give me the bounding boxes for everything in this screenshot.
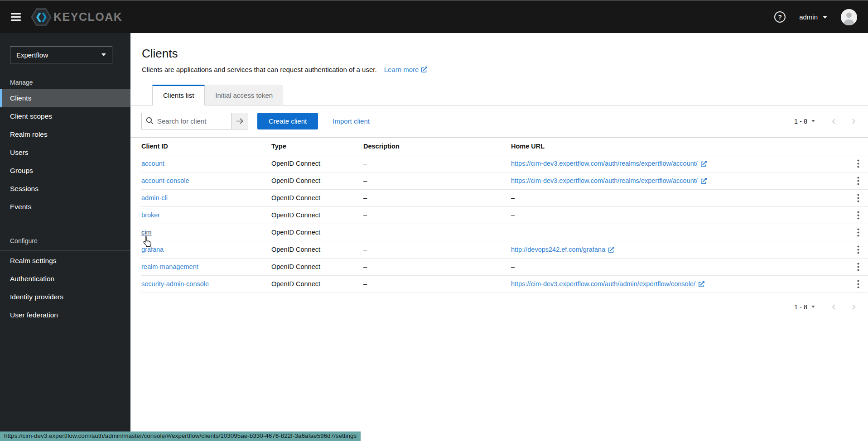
sidebar-item-groups[interactable]: Groups	[0, 162, 130, 180]
hamburger-menu-icon[interactable]	[11, 13, 21, 21]
row-actions-kebab-button[interactable]	[848, 177, 868, 185]
page-description: Clients are applications and services th…	[142, 66, 377, 73]
nav-section-manage: Manage	[0, 70, 130, 89]
client-id-link[interactable]: admin-cli	[141, 194, 168, 201]
row-actions-kebab-button[interactable]	[848, 245, 868, 254]
avatar[interactable]	[841, 9, 857, 25]
status-bar-url: https://cim-dev3.expertflow.com/auth/adm…	[0, 431, 361, 441]
client-type: OpenID Connect	[271, 172, 363, 189]
sidebar-item-clients[interactable]: Clients	[0, 89, 130, 107]
chevron-left-icon[interactable]	[830, 303, 837, 311]
kebab-menu-icon	[857, 228, 859, 237]
home-url-link[interactable]: http://devops242.ef.com/grafana	[511, 246, 614, 253]
client-id-link[interactable]: account-console	[141, 177, 189, 184]
user-menu[interactable]: admin	[799, 13, 827, 21]
kebab-menu-icon	[857, 245, 859, 254]
client-id-link[interactable]: grafana	[141, 246, 164, 253]
search-submit-button[interactable]	[231, 113, 248, 129]
row-actions-kebab-button[interactable]	[848, 159, 868, 168]
client-id-link[interactable]: realm-management	[141, 263, 198, 270]
client-description: –	[363, 241, 511, 258]
chevron-right-icon[interactable]	[850, 118, 857, 125]
home-url-empty: –	[511, 189, 848, 206]
realm-name: Expertflow	[16, 51, 48, 59]
clients-table: Client IDTypeDescriptionHome URL account…	[141, 138, 868, 293]
sidebar-item-identity-providers[interactable]: Identity providers	[0, 288, 130, 306]
home-url-link[interactable]: https://cim-dev3.expertflow.com/auth/adm…	[511, 280, 704, 288]
external-link-icon	[608, 247, 614, 253]
home-url-link[interactable]: https://cim-dev3.expertflow.com/auth/rea…	[511, 177, 707, 184]
client-description: –	[363, 189, 511, 206]
sidebar-item-client-scopes[interactable]: Client scopes	[0, 107, 130, 125]
arrow-right-icon	[236, 118, 244, 125]
table-row: account-consoleOpenID Connect–https://ci…	[141, 172, 868, 189]
search-input[interactable]	[141, 113, 231, 129]
tab-clients-list[interactable]: Clients list	[152, 85, 205, 105]
sidebar-item-user-federation[interactable]: User federation	[0, 306, 130, 324]
table-row: cimOpenID Connect––	[141, 224, 868, 241]
client-id-link[interactable]: security-admin-console	[141, 280, 209, 288]
row-actions-kebab-button[interactable]	[848, 263, 868, 271]
table-row: realm-managementOpenID Connect––	[141, 258, 868, 275]
caret-down-icon	[811, 306, 815, 308]
row-actions-kebab-button[interactable]	[848, 228, 868, 237]
caret-down-icon	[101, 53, 106, 56]
user-avatar-icon	[841, 9, 857, 25]
table-row: security-admin-consoleOpenID Connect–htt…	[141, 275, 868, 292]
client-id-link[interactable]: cim	[141, 229, 152, 236]
row-actions-kebab-button[interactable]	[848, 211, 868, 220]
chevron-right-icon[interactable]	[850, 303, 857, 311]
kebab-menu-icon	[857, 280, 859, 288]
pagination-top: 1 - 8	[794, 118, 857, 125]
toolbar: Create client Import client 1 - 8	[130, 105, 868, 138]
external-link-icon	[421, 67, 427, 72]
learn-more-link[interactable]: Learn more	[384, 66, 428, 73]
chevron-left-icon[interactable]	[830, 118, 837, 125]
sidebar-item-realm-settings[interactable]: Realm settings	[0, 252, 130, 270]
client-type: OpenID Connect	[271, 206, 363, 224]
column-header-actions	[848, 138, 868, 155]
home-url-empty: –	[511, 258, 848, 275]
client-description: –	[363, 172, 511, 189]
home-url-link[interactable]: https://cim-dev3.expertflow.com/auth/rea…	[511, 160, 707, 167]
pagination-dropdown[interactable]: 1 - 8	[794, 303, 815, 311]
client-description: –	[363, 258, 511, 275]
client-type: OpenID Connect	[271, 189, 363, 206]
import-client-link[interactable]: Import client	[333, 117, 370, 125]
masthead: KEYCLOAK ? admin	[0, 0, 868, 33]
column-header-description: Description	[363, 138, 511, 155]
sidebar-item-sessions[interactable]: Sessions	[0, 180, 130, 198]
kebab-menu-icon	[857, 177, 859, 185]
row-actions-kebab-button[interactable]	[848, 280, 868, 288]
table-row: brokerOpenID Connect––	[141, 206, 868, 224]
sidebar-item-authentication[interactable]: Authentication	[0, 270, 130, 288]
client-id-link[interactable]: account	[141, 160, 164, 167]
realm-selector[interactable]: Expertflow	[10, 46, 112, 63]
user-name: admin	[799, 13, 818, 21]
sidebar-item-events[interactable]: Events	[0, 198, 130, 216]
kebab-menu-icon	[857, 263, 859, 271]
home-url-empty: –	[511, 206, 848, 224]
keycloak-hexagon-icon	[31, 8, 52, 26]
row-actions-kebab-button[interactable]	[848, 194, 868, 202]
sidebar-item-realm-roles[interactable]: Realm roles	[0, 125, 130, 144]
client-type: OpenID Connect	[271, 258, 363, 275]
client-type: OpenID Connect	[271, 241, 363, 258]
tab-initial-access-token[interactable]: Initial access token	[205, 85, 283, 105]
table-header-row: Client IDTypeDescriptionHome URL	[141, 138, 868, 155]
help-icon[interactable]: ?	[774, 11, 786, 23]
create-client-button[interactable]: Create client	[257, 113, 318, 129]
pagination-dropdown[interactable]: 1 - 8	[794, 118, 815, 125]
client-description: –	[363, 224, 511, 241]
search-icon	[146, 117, 154, 125]
main-content: Clients Clients are applications and ser…	[130, 33, 868, 440]
sidebar-nav: ManageClientsClient scopesRealm rolesUse…	[0, 70, 130, 324]
caret-down-icon	[811, 120, 815, 122]
column-header-home-url: Home URL	[511, 138, 848, 155]
client-description: –	[363, 206, 511, 224]
sidebar-item-users[interactable]: Users	[0, 144, 130, 162]
kebab-menu-icon	[857, 159, 859, 168]
client-id-link[interactable]: broker	[141, 211, 160, 219]
kebab-menu-icon	[857, 194, 859, 202]
external-link-icon	[701, 178, 707, 184]
